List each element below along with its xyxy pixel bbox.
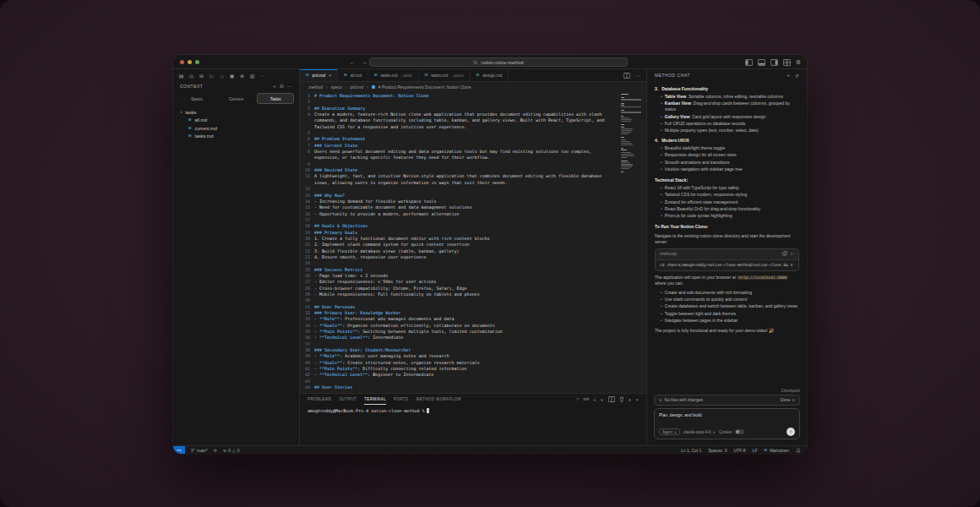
line-text: - **Technical Level**: Intermediate <box>314 335 618 341</box>
sidebar-tab-tasks[interactable]: Tasks <box>257 93 294 104</box>
editor-tab[interactable]: M↓tasks.md...tasks <box>368 69 419 81</box>
back-icon[interactable]: ← <box>350 59 356 65</box>
file-name: all.md <box>194 117 207 123</box>
language-name: Markdown <box>770 448 789 453</box>
panel-tab-ports[interactable]: PORTS <box>394 394 408 405</box>
markdown-file-icon: M↓ <box>374 74 378 77</box>
toggle-panel-icon[interactable] <box>758 59 765 66</box>
minimap[interactable] <box>621 94 643 173</box>
eol-status[interactable]: LF <box>753 448 758 453</box>
sidebar-toolbar-icon[interactable]: ▤ <box>177 73 185 79</box>
cursor-position-status[interactable]: Ln 1, Col 1 <box>681 448 701 453</box>
shell-label[interactable]: zsh <box>583 397 589 401</box>
split-editor-icon[interactable] <box>623 73 630 79</box>
breadcrumb-item[interactable]: prd.md <box>350 84 363 90</box>
editor-tab[interactable]: M↓all.md <box>338 69 368 81</box>
notifications-bell-icon[interactable] <box>796 448 801 453</box>
panel-tab-method-workflow[interactable]: METHOD WORKFLOW <box>416 394 462 405</box>
command-center-search[interactable]: notion-clone-method <box>369 57 628 67</box>
indentation-status[interactable]: Spaces: 3 <box>708 448 727 453</box>
breadcrumb-item[interactable]: specs <box>331 84 342 90</box>
chat-bullet: •Prism.js for code syntax highlighting <box>655 213 799 219</box>
terminal[interactable]: amoghreddy@MacBook-Pro-4 notion-clone-me… <box>300 405 646 445</box>
chat-code-block: shellscript▷cd /Users/amoghreddy/notion-… <box>655 248 799 271</box>
tree-file[interactable]: M↓current.md <box>173 124 299 133</box>
chat-input[interactable]: Plan, design, and build <box>659 412 795 428</box>
history-icon[interactable]: ↺ <box>794 73 799 79</box>
editor[interactable]: 1# Product Requirements Document: Notion… <box>300 91 646 393</box>
editor-tab[interactable]: M↓prd.md× <box>300 69 338 81</box>
breadcrumb-item[interactable]: # Product Requirements Document: Notion … <box>378 84 471 90</box>
changed-files-box[interactable]: ∨ No files with changes Done ∨ <box>654 395 800 406</box>
sidebar-toolbar-icon[interactable]: ⊞ <box>198 73 205 79</box>
panel-tab-problems[interactable]: PROBLEMS <box>308 394 331 405</box>
collapse-all-icon[interactable]: ⊟ <box>280 84 284 89</box>
chat-composer[interactable]: Plan, design, and build Agent ∨ claude-o… <box>654 408 800 439</box>
forward-icon[interactable]: → <box>362 59 368 65</box>
editor-tabs: M↓prd.md×M↓all.mdM↓tasks.md...tasksM↓tas… <box>300 69 509 81</box>
line-text: ## User Stories <box>314 384 618 390</box>
code-token: ## User Personas <box>314 304 355 309</box>
close-panel-icon[interactable]: × <box>636 397 639 402</box>
chat-bullet: •React 18 with TypeScript for type safet… <box>655 185 799 191</box>
maximize-window-button[interactable] <box>195 60 199 64</box>
titlebar[interactable]: ← → notion-clone-method ⚙ <box>173 55 807 69</box>
minimize-window-button[interactable] <box>188 60 192 64</box>
editor-tab[interactable]: M↓design.md <box>471 69 509 81</box>
trash-icon[interactable] <box>619 396 624 402</box>
customize-layout-icon[interactable] <box>783 59 791 66</box>
sidebar-toolbar-icon[interactable]: ▣ <box>228 73 236 79</box>
chat-content[interactable]: 3.Database Functionality•Table View: Sor… <box>647 81 807 388</box>
breadcrumb-item[interactable]: .method <box>308 84 323 90</box>
code-token: # Product Requirements Document: Notion … <box>314 93 428 98</box>
split-terminal-icon[interactable] <box>608 396 615 402</box>
minimap-line <box>621 119 632 120</box>
section-title-text: Database Functionality <box>662 86 708 92</box>
maximize-panel-icon[interactable]: ∧ <box>629 397 632 402</box>
tree-file[interactable]: M↓tasks.md <box>173 133 299 141</box>
more-actions-icon[interactable]: ⋯ <box>287 84 292 89</box>
sidebar-toolbar-icon[interactable]: ◎ <box>188 73 195 79</box>
sync-status[interactable]: ⟳ <box>214 448 217 453</box>
close-icon[interactable]: × <box>329 73 331 78</box>
line-text: - Need for customizable document and dat… <box>314 204 618 210</box>
send-button[interactable]: ↑ <box>787 428 795 436</box>
git-branch-status[interactable]: main* <box>191 448 208 453</box>
more-actions-icon[interactable]: ⋯ <box>635 73 640 79</box>
toggle-primary-sidebar-icon[interactable] <box>745 59 753 66</box>
remote-indicator[interactable]: >< <box>173 446 185 454</box>
sidebar-tab-context[interactable]: Context <box>218 93 255 104</box>
line-text: - **Pain Points**: Difficulty connecting… <box>314 366 618 372</box>
encoding-status[interactable]: UTF-8 <box>733 448 745 453</box>
add-icon[interactable]: + <box>273 84 276 89</box>
close-window-button[interactable] <box>180 60 184 64</box>
panel-tab-terminal[interactable]: TERMINAL <box>364 394 386 405</box>
context-toggle[interactable] <box>735 429 744 434</box>
new-chat-icon[interactable]: + <box>787 73 790 79</box>
tree-file[interactable]: M↓all.md <box>173 117 299 125</box>
settings-gear-icon[interactable]: ⚙ <box>796 59 801 66</box>
sidebar-toolbar-icon[interactable]: ⋯ <box>259 73 266 79</box>
line-text: 3. Build flexible database views (table,… <box>314 248 618 254</box>
run-icon[interactable]: ▷ <box>791 251 794 257</box>
tree-folder[interactable]: ∨tasks <box>173 108 299 117</box>
toggle-secondary-sidebar-icon[interactable] <box>770 59 778 66</box>
problems-status[interactable]: ⊘ 0 △ 0 <box>223 448 240 453</box>
file-tree[interactable]: ∨tasksM↓all.mdM↓current.mdM↓tasks.md <box>173 107 299 141</box>
sidebar-toolbar-icon[interactable]: ⊕ <box>238 73 246 79</box>
minimap-line <box>621 128 633 129</box>
copy-icon[interactable] <box>782 251 787 258</box>
language-mode-status[interactable]: M↓ Markdown <box>764 448 789 453</box>
tab-label: all.md <box>351 73 362 78</box>
sidebar-toolbar-icon[interactable]: ▷ <box>208 73 215 79</box>
sidebar-toolbar-icon[interactable]: ◇ <box>218 73 226 79</box>
chevron-down-icon[interactable]: ∨ <box>601 397 604 402</box>
done-button[interactable]: Done ∨ <box>781 398 795 402</box>
agent-mode-selector[interactable]: Agent ∨ <box>659 428 680 435</box>
sidebar-tab-specs[interactable]: Specs <box>178 93 215 104</box>
panel-tab-output[interactable]: OUTPUT <box>339 394 357 405</box>
model-selector[interactable]: claude-opus-4-0 ∨ <box>683 430 716 434</box>
editor-tab[interactable]: M↓tasks.md...specs <box>419 69 471 81</box>
sidebar-toolbar-icon[interactable]: ▥ <box>248 73 256 79</box>
new-terminal-icon[interactable]: + <box>593 397 596 402</box>
